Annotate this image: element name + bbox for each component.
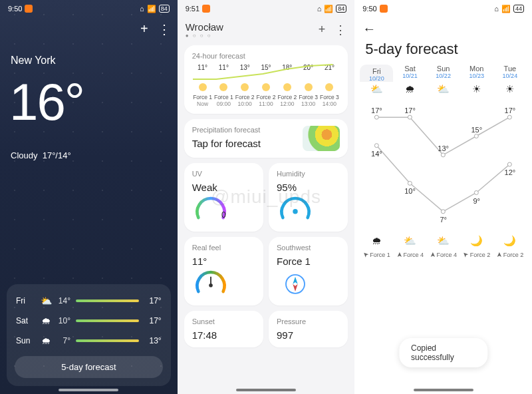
day-date: 10/22: [427, 73, 460, 79]
wifi-icon: 📶: [324, 5, 333, 13]
day-weather-icon: ⛅: [427, 83, 460, 95]
sun-icon: [325, 83, 333, 91]
hour-wind: Force 1: [192, 94, 213, 100]
wind-arrow-icon: ➤: [495, 252, 503, 258]
day-weather-icon: ⛅: [360, 83, 393, 95]
temp-range-bar: [76, 339, 139, 342]
day-column[interactable]: Fri10/20: [360, 65, 393, 82]
forecast-lo: 14°: [53, 296, 70, 305]
forecast-day: Sun: [16, 336, 39, 345]
forecast-day: Sat: [16, 316, 39, 325]
hourly-forecast-card[interactable]: 24-hour forecast 11° Force 1 Now11° Forc…: [184, 45, 348, 114]
more-menu-button[interactable]: ⋮: [158, 21, 171, 37]
add-location-button[interactable]: +: [319, 23, 326, 37]
svg-point-9: [408, 181, 412, 185]
add-location-button[interactable]: +: [140, 21, 148, 37]
chart-low-label: 10°: [404, 187, 416, 195]
card-value: Weak: [192, 182, 255, 193]
card-value: 997: [277, 329, 340, 341]
back-button[interactable]: ←: [354, 17, 532, 37]
card-value: 17:48: [192, 329, 255, 341]
five-day-chart: 17°14°17°10°13°7°15°9°17°12°: [360, 98, 527, 231]
feel-gauge-icon: [192, 270, 229, 296]
battery-icon: 84: [336, 5, 346, 13]
svg-point-12: [475, 134, 479, 138]
svg-point-7: [375, 144, 379, 148]
home-indicator: [59, 389, 118, 391]
forecast-row[interactable]: Fri ⛅ 14° 17°: [15, 291, 163, 311]
sun-icon: [241, 83, 249, 91]
weather-icon: 🌧: [39, 315, 53, 326]
day-date: 10/21: [393, 73, 426, 79]
sun-icon: [262, 83, 270, 91]
svg-marker-4: [293, 277, 297, 284]
hour-wind: Force 2: [277, 94, 298, 100]
humidity-gauge-icon: [277, 196, 314, 222]
sunset-card[interactable]: Sunset 17:48: [184, 311, 263, 347]
home-indicator: [414, 389, 473, 391]
forecast-row[interactable]: Sun 🌧 7° 13°: [15, 331, 163, 351]
more-menu-button[interactable]: ⋮: [334, 23, 346, 37]
hour-time: 14:00: [319, 100, 340, 107]
day-column[interactable]: Sun10/22: [427, 65, 460, 82]
card-title: Pressure: [277, 317, 340, 325]
svg-point-0: [293, 209, 297, 214]
compass-icon: [277, 270, 314, 296]
precipitation-card[interactable]: Precipitation forecast Tap for forecast: [184, 119, 348, 158]
chart-high-label: 17°: [404, 106, 416, 114]
forecast-card: Fri ⛅ 14° 17°Sat 🌧 10° 17°Sun 🌧 7° 13° 5…: [7, 284, 171, 386]
night-weather-icon: 🌙: [493, 235, 527, 247]
night-weather-icon: ⛅: [427, 235, 460, 247]
day-name: Sat: [393, 65, 426, 73]
hourly-chart: [190, 63, 343, 83]
five-day-forecast-button[interactable]: 5-day forecast: [15, 356, 163, 378]
card-value: 11°: [192, 256, 255, 267]
day-weather-icon: 🌧: [393, 83, 426, 95]
sun-icon: [199, 83, 207, 91]
chart-high-label: 15°: [471, 126, 482, 134]
status-bar: 9:51 ⌂ 📶 84: [178, 0, 355, 17]
real-feel-card[interactable]: Real feel 11°: [184, 237, 263, 305]
card-title: UV: [192, 170, 255, 178]
forecast-hi: 13°: [144, 336, 162, 345]
wind-value: ➤ Force 1: [360, 251, 393, 258]
current-temperature: 16°: [9, 72, 84, 132]
pressure-card[interactable]: Pressure 997: [269, 311, 348, 347]
status-bar: 9:50 ⌂ 📶 44: [354, 0, 532, 17]
page-title: 5-day forecast: [354, 37, 532, 65]
hour-wind: Force 3: [298, 94, 319, 100]
wind-arrow-icon: ➤: [462, 250, 470, 259]
rec-indicator-icon: [202, 5, 210, 13]
city-name[interactable]: Wrocław: [186, 21, 223, 33]
weather-icon: 🌧: [39, 335, 53, 346]
condition-text: Cloudy 17°/14°: [11, 150, 71, 160]
card-title: Southwest: [277, 244, 340, 252]
day-column[interactable]: Tue10/24: [493, 65, 527, 82]
svg-point-14: [508, 115, 512, 119]
wind-arrow-icon: ➤: [395, 252, 402, 258]
forecast-row[interactable]: Sat 🌧 10° 17°: [15, 311, 163, 331]
day-column[interactable]: Mon10/23: [460, 65, 493, 82]
wind-card[interactable]: Southwest Force 1: [269, 237, 348, 305]
chart-low-label: 12°: [505, 168, 516, 176]
svg-point-2: [209, 284, 213, 288]
humidity-card[interactable]: Humidity 95%: [269, 163, 348, 232]
chart-low-label: 9°: [473, 197, 481, 205]
day-column[interactable]: Sat10/21: [393, 65, 426, 82]
svg-point-8: [408, 115, 412, 119]
card-title: Sunset: [192, 317, 255, 325]
hour-wind: Force 3: [319, 94, 340, 100]
status-time: 9:50: [362, 5, 376, 13]
forecast-lo: 10°: [53, 316, 70, 325]
home-indicator: [236, 389, 296, 391]
hour-time: 11:00: [255, 100, 277, 107]
temp-range-bar: [76, 299, 139, 302]
page-indicator: ● ○ ○ ○: [186, 33, 223, 39]
wind-value: ➤ Force 4: [427, 251, 460, 258]
uv-card[interactable]: UV Weak 0: [184, 163, 263, 232]
svg-point-13: [475, 191, 479, 195]
forecast-day: Fri: [16, 296, 39, 305]
day-date: 10/20: [360, 75, 393, 82]
sun-icon: [283, 83, 291, 91]
day-name: Fri: [360, 67, 393, 75]
